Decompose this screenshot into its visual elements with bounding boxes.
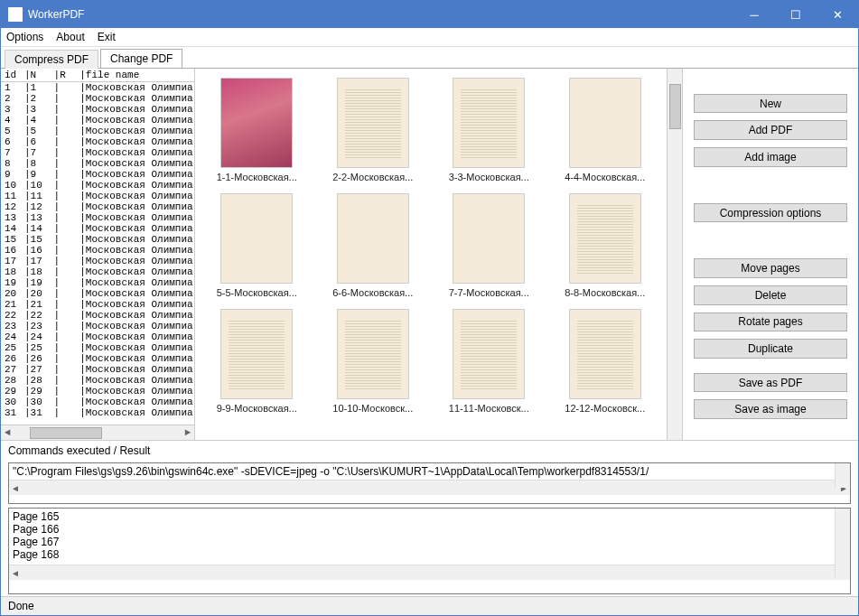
duplicate-button[interactable]: Duplicate [694, 339, 847, 359]
thumbnail-image [569, 78, 641, 168]
commands-label: Commands executed / Result [8, 444, 851, 457]
menu-options[interactable]: Options [6, 31, 43, 43]
thumbnail-label: 2-2-Московская... [324, 172, 422, 182]
result-text: Page 165 Page 166 Page 167 Page 168 [9, 509, 850, 565]
thumbnail-image [453, 193, 525, 284]
file-list-row[interactable]: 20|20||Московская Олимпиа [5, 288, 191, 299]
thumbnail-item[interactable]: 5-5-Московская... [202, 193, 312, 298]
tab-compress-pdf[interactable]: Compress PDF [5, 50, 98, 69]
tab-bar: Compress PDF Change PDF [1, 47, 858, 68]
menu-about[interactable]: About [56, 31, 84, 43]
thumbnail-item[interactable]: 9-9-Московская... [202, 309, 312, 414]
file-list-row[interactable]: 10|10||Московская Олимпиа [5, 180, 191, 191]
thumbnail-label: 9-9-Московская... [208, 403, 305, 414]
delete-button[interactable]: Delete [694, 285, 847, 305]
file-list-row[interactable]: 19|19||Московская Олимпиа [5, 277, 191, 288]
thumbnail-image [337, 309, 409, 399]
file-list-row[interactable]: 16|16||Московская Олимпиа [5, 245, 191, 256]
file-list-row[interactable]: 18|18||Московская Олимпиа [5, 266, 191, 277]
file-list-row[interactable]: 13|13||Московская Олимпиа [5, 212, 191, 223]
save-as-image-button[interactable]: Save as image [694, 399, 847, 419]
thumbnail-image [569, 193, 641, 284]
file-list-row[interactable]: 26|26||Московская Олимпиа [5, 353, 191, 364]
thumbnail-image [220, 193, 293, 284]
command-textbox[interactable]: "C:\Program Files\gs\gs9.26\bin\gswin64c… [8, 462, 851, 504]
thumbnail-vscroll[interactable] [667, 69, 682, 440]
file-list-row[interactable]: 25|25||Московская Олимпиа [5, 342, 191, 353]
thumbnail-item[interactable]: 7-7-Московская... [434, 193, 544, 298]
thumbnail-label: 4-4-Московская... [556, 172, 654, 182]
thumbnail-image [453, 309, 525, 399]
thumbnail-item[interactable]: 1-1-Московская... [202, 78, 312, 182]
thumbnail-image [569, 309, 641, 399]
menu-bar: Options About Exit [1, 28, 858, 47]
save-as-pdf-button[interactable]: Save as PDF [694, 373, 847, 393]
thumbnail-item[interactable]: 12-12-Московск... [551, 309, 660, 414]
file-list-row[interactable]: 8|8||Московская Олимпиа [5, 158, 191, 169]
minimize-button[interactable]: ─ [733, 1, 775, 28]
file-list-row[interactable]: 21|21||Московская Олимпиа [5, 299, 191, 310]
thumbnail-label: 11-11-Московск... [440, 403, 537, 414]
move-pages-button[interactable]: Move pages [694, 258, 847, 278]
status-bar: Done [1, 596, 858, 615]
thumbnail-label: 3-3-Московская... [440, 172, 537, 182]
file-list-row[interactable]: 22|22||Московская Олимпиа [5, 310, 191, 321]
file-list-row[interactable]: 28|28||Московская Олимпиа [5, 375, 191, 386]
file-list-row[interactable]: 27|27||Московская Олимпиа [5, 364, 191, 375]
file-list-row[interactable]: 30|30||Московская Олимпиа [5, 397, 191, 407]
file-list-row[interactable]: 6|6||Московская Олимпиа [5, 136, 191, 147]
file-list-row[interactable]: 3|3||Московская Олимпиа [5, 104, 191, 115]
file-list[interactable]: id|N|R|file name 1|1||Московская Олимпиа… [1, 69, 195, 440]
thumbnail-item[interactable]: 3-3-Московская... [434, 78, 544, 182]
file-list-row[interactable]: 1|1||Московская Олимпиа [5, 82, 191, 93]
window-title: WorkerPDF [28, 8, 733, 21]
menu-exit[interactable]: Exit [98, 31, 116, 43]
file-list-row[interactable]: 24|24||Московская Олимпиа [5, 331, 191, 342]
thumbnail-item[interactable]: 10-10-Московск... [319, 309, 428, 414]
thumbnail-image [220, 309, 293, 399]
thumbnail-item[interactable]: 4-4-Московская... [551, 78, 660, 182]
file-list-row[interactable]: 9|9||Московская Олимпиа [5, 169, 191, 180]
file-list-row[interactable]: 4|4||Московская Олимпиа [5, 115, 191, 126]
app-icon [8, 7, 23, 22]
file-list-row[interactable]: 14|14||Московская Олимпиа [5, 223, 191, 234]
thumbnail-item[interactable]: 6-6-Московская... [319, 193, 428, 298]
thumbnail-item[interactable]: 11-11-Московск... [434, 309, 544, 414]
file-list-row[interactable]: 2|2||Московская Олимпиа [5, 93, 191, 104]
file-list-row[interactable]: 12|12||Московская Олимпиа [5, 201, 191, 212]
close-button[interactable]: ✕ [817, 1, 858, 28]
file-list-row[interactable]: 15|15||Московская Олимпиа [5, 234, 191, 245]
file-list-row[interactable]: 31|31||Московская Олимпиа [5, 407, 191, 418]
file-list-row[interactable]: 29|29||Московская Олимпиа [5, 386, 191, 397]
file-list-row[interactable]: 7|7||Московская Олимпиа [5, 147, 191, 158]
file-list-row[interactable]: 17|17||Московская Олимпиа [5, 256, 191, 266]
file-list-row[interactable]: 11|11||Московская Олимпиа [5, 191, 191, 201]
file-list-row[interactable]: 23|23||Московская Олимпиа [5, 321, 191, 331]
file-list-hscroll[interactable]: ◄► [1, 425, 194, 440]
thumbnail-label: 6-6-Московская... [324, 287, 422, 298]
result-textbox[interactable]: Page 165 Page 166 Page 167 Page 168 ◄► [8, 508, 851, 594]
compression-options-button[interactable]: Compression options [694, 203, 847, 223]
thumbnail-label: 12-12-Московск... [556, 403, 654, 414]
thumbnail-item[interactable]: 8-8-Московская... [551, 193, 660, 298]
tab-change-pdf[interactable]: Change PDF [100, 49, 182, 68]
sidebar: New Add PDF Add image Compression option… [682, 69, 858, 440]
thumbnail-grid[interactable]: 1-1-Московская...2-2-Московская...3-3-Мо… [195, 69, 667, 440]
file-list-row[interactable]: 5|5||Московская Олимпиа [5, 126, 191, 136]
thumbnail-image [220, 78, 293, 168]
add-image-button[interactable]: Add image [694, 147, 847, 167]
new-button[interactable]: New [694, 94, 847, 114]
add-pdf-button[interactable]: Add PDF [694, 120, 847, 140]
thumbnail-label: 8-8-Московская... [556, 287, 654, 298]
thumbnail-label: 5-5-Московская... [208, 287, 305, 298]
thumbnail-label: 10-10-Московск... [324, 403, 422, 414]
maximize-button[interactable]: ☐ [775, 1, 817, 28]
thumbnail-label: 7-7-Московская... [440, 287, 537, 298]
thumbnail-item[interactable]: 2-2-Московская... [319, 78, 428, 182]
file-list-header: id|N|R|file name [1, 69, 194, 82]
thumbnail-image [337, 78, 409, 168]
title-bar: WorkerPDF ─ ☐ ✕ [1, 1, 858, 28]
rotate-pages-button[interactable]: Rotate pages [694, 313, 847, 332]
thumbnail-label: 1-1-Московская... [208, 172, 305, 182]
command-text: "C:\Program Files\gs\gs9.26\bin\gswin64c… [9, 463, 850, 480]
